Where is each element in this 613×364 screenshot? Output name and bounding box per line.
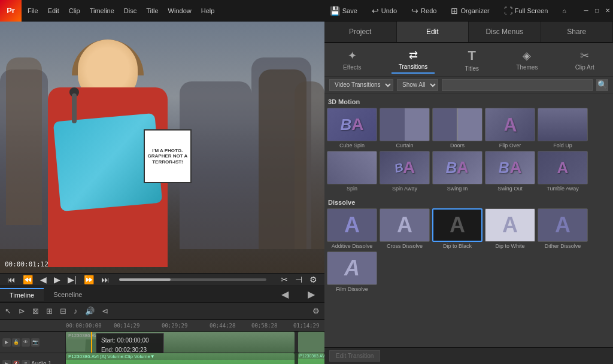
subtab-clip-art[interactable]: ✂ Clip Art (568, 47, 602, 73)
prev-frame-button[interactable]: ◀ (38, 274, 49, 286)
clip-tooltip: Start: 00:00:00;00 End: 00:02;30;23 Dura… (96, 333, 164, 353)
timeline-tabs: Timeline Sceneline ◀ ▶ (0, 286, 324, 303)
audio-mute[interactable]: 🔇 (12, 360, 20, 365)
undo-button[interactable]: ↩ Undo (368, 4, 400, 17)
go-to-start-button[interactable]: ⏮ (5, 274, 18, 286)
step-back-button[interactable]: ⏪ (20, 274, 35, 286)
titles-icon: T (468, 48, 476, 63)
maximize-button[interactable]: □ (591, 5, 602, 16)
audio-track-1-content[interactable]: P1230386.AVI [A] Volume:Clip Volume▼ P12… (66, 353, 324, 364)
menu-window[interactable]: Window (167, 5, 193, 17)
menu-clip[interactable]: Clip (68, 5, 81, 17)
transition-dip-to-black[interactable]: A Dip to Black (432, 208, 482, 249)
ruler-mark-4: 00;58;28 (251, 323, 277, 329)
track-lock[interactable]: 🔒 (12, 338, 20, 347)
tl-scroll-right[interactable]: ▶ (298, 286, 324, 302)
tab-project[interactable]: Project (324, 22, 397, 42)
organizer-button[interactable]: ⊞ Organizer (447, 4, 493, 17)
audio-expand[interactable]: ▶ (2, 360, 11, 365)
transition-film-dissolve[interactable]: A Film Dissolve (327, 251, 377, 292)
tl-scroll-left[interactable]: ◀ (272, 286, 298, 302)
close-button[interactable]: ✕ (602, 5, 613, 16)
home-button[interactable]: ⌂ (559, 5, 570, 16)
main-layout: I'M A PHOTO-GRAPHER NOT A TERROR-IST! 00… (0, 22, 613, 364)
transition-flip-over[interactable]: A Flip Over (485, 108, 535, 148)
audio-clip-main[interactable]: P1230386.AVI [A] Volume:Clip Volume▼ (66, 353, 295, 364)
transition-cross-dissolve[interactable]: A Cross Dissolve (380, 208, 430, 249)
progress-bar[interactable] (119, 278, 266, 281)
transition-swing-out[interactable]: B A Swing Out (485, 151, 535, 192)
go-to-end-button[interactable]: ⏭ (99, 274, 112, 286)
slip-tool[interactable]: ⊞ (44, 305, 55, 317)
play-button[interactable]: ▶ (51, 274, 63, 286)
redo-icon: ↪ (411, 6, 418, 16)
tab-timeline[interactable]: Timeline (0, 288, 44, 301)
settings-tool[interactable]: ⚙ (307, 274, 320, 286)
video-clip-end[interactable] (298, 332, 324, 353)
video-track-content[interactable]: P1230386.AVI [V] (66, 332, 324, 353)
curtain-thumb (380, 108, 430, 141)
section-3d-motion: 3D Motion (327, 96, 611, 108)
show-select[interactable]: Show All (397, 79, 438, 91)
transition-dip-to-white[interactable]: A Dip to White (485, 208, 535, 249)
track-cam[interactable]: 📷 (31, 338, 40, 347)
snap-tool[interactable]: ⊲ (99, 305, 111, 317)
track-vis[interactable]: 👁 (22, 338, 30, 347)
doors-thumb (432, 108, 482, 141)
dip-to-white-thumb: A (485, 208, 535, 242)
transition-swing-in[interactable]: B A Swing In (432, 151, 482, 192)
search-input[interactable] (442, 79, 593, 91)
search-button[interactable]: 🔍 (596, 79, 608, 91)
transition-additive-dissolve[interactable]: A Additive Dissolve (327, 208, 377, 249)
scissors-tool[interactable]: ✂ (278, 274, 290, 286)
menu-edit[interactable]: Edit (47, 5, 60, 17)
menu-timeline[interactable]: Timeline (89, 5, 116, 17)
tl-settings[interactable]: ⚙ (310, 305, 322, 317)
subtab-transitions[interactable]: ⇄ Transitions (392, 46, 435, 74)
audio-solo[interactable]: S (22, 360, 30, 365)
zoom-tool[interactable]: ⊟ (57, 305, 69, 317)
transition-spin[interactable]: Spin (327, 151, 377, 192)
additive-dissolve-thumb: A (327, 208, 377, 242)
spin-away-label: Spin Away (392, 186, 417, 192)
fullscreen-button[interactable]: ⛶ Full Screen (500, 4, 552, 17)
split-tool[interactable]: ⊣ (293, 274, 305, 286)
subtab-themes[interactable]: ◈ Themes (509, 47, 545, 73)
next-frame-button[interactable]: ▶| (65, 274, 79, 286)
flip-over-thumb: A (485, 108, 535, 141)
menu-title[interactable]: Title (145, 5, 159, 17)
transition-fold-up[interactable]: Fold Up (538, 108, 588, 148)
menu-help[interactable]: Help (200, 5, 216, 17)
edit-transition-button[interactable]: Edit Transition (329, 350, 380, 362)
audio-clip-end[interactable]: P1230363.AVI [A] Volume:Clip Volume▼ (298, 353, 324, 364)
transition-curtain[interactable]: Curtain (380, 108, 430, 148)
pointer-tool[interactable]: ⊳ (16, 305, 28, 317)
transition-doors[interactable]: Doors (432, 108, 482, 148)
transition-cube-spin[interactable]: B A Cube Spin (327, 108, 377, 148)
transition-dither-dissolve[interactable]: A Dither Dissolve (538, 208, 588, 249)
redo-button[interactable]: ↪ Redo (408, 4, 440, 17)
menu-file[interactable]: File (26, 5, 40, 17)
ruler-mark-5: 01;14;29 (293, 323, 319, 329)
transition-tumble-away[interactable]: A Tumble Away (538, 151, 588, 192)
save-button[interactable]: 💾 Save (326, 4, 361, 17)
tab-disc-menus[interactable]: Disc Menus (469, 22, 541, 42)
menu-disc[interactable]: Disc (123, 5, 138, 17)
ripple-tool[interactable]: ⊠ (30, 305, 41, 317)
menu-bar: Pr File Edit Clip Timeline Disc Title Wi… (0, 0, 613, 22)
subtab-effects[interactable]: ✦ Effects (336, 47, 368, 73)
transition-type-select[interactable]: Video Transitions (329, 79, 393, 91)
minimize-button[interactable]: ─ (581, 5, 591, 16)
sub-tabs: ✦ Effects ⇄ Transitions T Titles ◈ Theme… (324, 43, 613, 77)
audio-tool[interactable]: ♪ (71, 305, 80, 317)
step-forward-button[interactable]: ⏩ (81, 274, 96, 286)
video-subject: I'M A PHOTO-GRAPHER NOT A TERROR-IST! (48, 40, 168, 255)
tab-share[interactable]: Share (541, 22, 614, 42)
vol-tool[interactable]: 🔊 (83, 305, 97, 317)
tab-sceneline[interactable]: Sceneline (44, 289, 92, 301)
transition-spin-away[interactable]: B A Spin Away (380, 151, 430, 192)
select-tool[interactable]: ↖ (2, 305, 14, 317)
subtab-titles[interactable]: T Titles (458, 46, 487, 74)
track-expand[interactable]: ▶ (2, 338, 11, 347)
tab-edit[interactable]: Edit (397, 22, 469, 42)
